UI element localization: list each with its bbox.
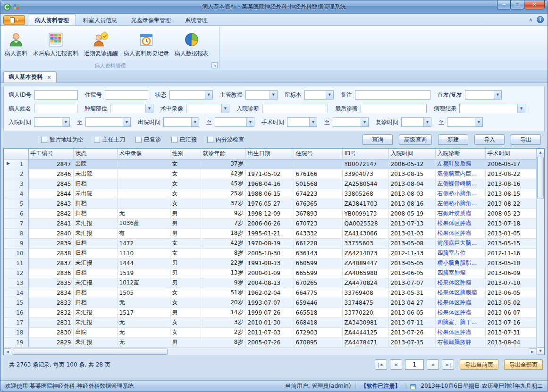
checkbox-reported[interactable]: 已汇报 bbox=[171, 136, 197, 144]
table-row[interactable]: 22846未出院女42岁1971-05-02676166339040732013… bbox=[4, 169, 536, 179]
dropdown-arrow-icon[interactable]: ▼ bbox=[221, 104, 229, 113]
filter-combo[interactable]: ▼ bbox=[169, 90, 213, 100]
revisit-reminder-button[interactable]: 近期复诊提醒 bbox=[82, 27, 120, 61]
tab-patient-basic-info[interactable]: 病人基本资料 × bbox=[3, 71, 57, 83]
export-all-pages-button[interactable]: 导出全部页 bbox=[504, 359, 543, 370]
filter-combo[interactable]: ▼ bbox=[287, 117, 317, 127]
column-header[interactable]: 出生日期 bbox=[245, 149, 294, 159]
checkbox-revisited[interactable]: 已复诊 bbox=[135, 136, 161, 144]
column-header[interactable]: 入院时间 bbox=[388, 149, 435, 159]
column-header[interactable]: 就诊年龄 bbox=[201, 149, 245, 159]
dropdown-arrow-icon[interactable]: ▼ bbox=[191, 118, 199, 126]
maximize-button[interactable]: □ bbox=[511, 0, 524, 9]
ribbon-tab[interactable]: 系统管理 bbox=[178, 15, 215, 25]
query-button[interactable]: 查询 bbox=[363, 134, 393, 145]
table-row[interactable]: 152833归档无女20岁1993-07-0765944633748475201… bbox=[4, 298, 536, 308]
table-row[interactable]: 32845归档女45岁1968-04-16501568ZA25805442013… bbox=[4, 179, 536, 189]
filter-combo[interactable]: ▼ bbox=[304, 90, 334, 100]
filter-combo[interactable]: ▼ bbox=[333, 117, 369, 127]
filter-combo[interactable]: ▼ bbox=[163, 117, 199, 127]
checkbox[interactable] bbox=[135, 137, 142, 143]
filter-combo[interactable]: ▼ bbox=[465, 90, 502, 100]
filter-input[interactable] bbox=[34, 90, 78, 100]
column-header[interactable]: 入院诊断 bbox=[435, 149, 485, 159]
table-row[interactable]: 82840未汇报有男18岁1995-01-21643332ZA414306620… bbox=[4, 228, 536, 238]
help-icon[interactable]: i bbox=[537, 16, 544, 23]
ribbon-tab[interactable]: 科室人员信息 bbox=[76, 15, 124, 25]
ribbon-tab[interactable]: 光盘录像带管理 bbox=[124, 15, 178, 25]
patient-data-button[interactable]: 病人资料 bbox=[2, 27, 30, 61]
filter-input[interactable] bbox=[262, 104, 328, 113]
filter-combo[interactable]: ▼ bbox=[447, 117, 483, 127]
table-row[interactable]: 162832未汇报1517男14岁1999-07-266655183377022… bbox=[4, 308, 536, 317]
pager-prev-button[interactable]: < bbox=[390, 359, 402, 370]
column-header[interactable]: 术中录像 bbox=[117, 149, 170, 159]
patient-history-button[interactable]: 病人资料历史记录 bbox=[121, 27, 171, 61]
table-row[interactable]: 112837未汇报1444男22岁1991-08-13660599ZA40894… bbox=[4, 258, 536, 268]
table-row[interactable]: 42844未出院女25岁1988-06-15674223338052682013… bbox=[4, 189, 536, 199]
new-button[interactable]: 新建 bbox=[438, 134, 468, 145]
close-button[interactable]: ✕ bbox=[524, 0, 545, 9]
filter-input[interactable] bbox=[361, 104, 427, 113]
dropdown-arrow-icon[interactable]: ▼ bbox=[145, 104, 153, 113]
dropdown-arrow-icon[interactable]: ▼ bbox=[62, 118, 69, 126]
column-header[interactable]: 手术时间 bbox=[485, 149, 536, 159]
advanced-query-button[interactable]: 高级查询 bbox=[399, 134, 432, 145]
dropdown-arrow-icon[interactable]: ▼ bbox=[361, 118, 368, 126]
table-row[interactable]: 182830出院无女2岁2011-07-03672903ZA4444125201… bbox=[4, 327, 536, 337]
patient-report-button[interactable]: 病人数据报表 bbox=[172, 27, 211, 61]
table-row[interactable]: 142834归档1505女51岁1962-02-0466477533769408… bbox=[4, 288, 536, 298]
quick-access-icon[interactable] bbox=[13, 4, 19, 10]
dropdown-arrow-icon[interactable]: ▼ bbox=[517, 104, 525, 113]
dropdown-arrow-icon[interactable]: ▼ bbox=[494, 91, 501, 99]
dropdown-arrow-icon[interactable]: ▼ bbox=[246, 118, 254, 126]
dropdown-arrow-icon[interactable]: ▼ bbox=[123, 118, 130, 126]
ribbon-tab[interactable]: 病人资料管理 bbox=[28, 15, 76, 25]
dialog-launcher-icon[interactable]: ↘ bbox=[211, 62, 218, 68]
postop-report-button[interactable]: 术后病人汇报资料 bbox=[31, 27, 81, 61]
dropdown-arrow-icon[interactable]: ▼ bbox=[309, 118, 317, 126]
pager-next-button[interactable]: > bbox=[427, 359, 439, 370]
checkbox-chief-surgeon[interactable]: 主任主刀 bbox=[94, 136, 125, 144]
filter-combo[interactable]: ▼ bbox=[459, 104, 525, 113]
dropdown-arrow-icon[interactable]: ▼ bbox=[270, 91, 277, 99]
column-header[interactable]: ID号 bbox=[342, 149, 388, 159]
horizontal-scroll-thumb[interactable] bbox=[12, 349, 168, 355]
page-number-input[interactable] bbox=[405, 359, 424, 370]
table-row[interactable]: 132835未汇报1012蓝男9岁2004-08-13670265ZA44708… bbox=[4, 278, 536, 288]
table-row[interactable]: 92839归档1472女42岁1970-08-19661228337556032… bbox=[4, 238, 536, 248]
scroll-down-icon[interactable]: ▼ bbox=[537, 347, 544, 355]
table-row[interactable]: 72841未汇报1036蓝男7岁2006-06-26670723QA002552… bbox=[4, 218, 536, 228]
table-row[interactable]: 102838归档1110女8岁2005-10-30636143ZA4214073… bbox=[4, 248, 536, 258]
column-header[interactable]: 状态 bbox=[73, 149, 117, 159]
dropdown-arrow-icon[interactable]: ▼ bbox=[205, 91, 212, 99]
filter-combo[interactable]: ▼ bbox=[110, 104, 153, 113]
checkbox-endocrine-check[interactable]: 内分泌检查 bbox=[207, 136, 244, 144]
filter-combo[interactable]: ▼ bbox=[215, 117, 254, 127]
checkbox[interactable] bbox=[171, 137, 177, 143]
filter-combo[interactable]: ▼ bbox=[34, 117, 70, 127]
table-row[interactable]: 62842归档无男9岁1998-12-09367893YB00991732008… bbox=[4, 209, 536, 218]
table-row[interactable]: 172831未汇报无女3岁2010-01-30668418ZA343098120… bbox=[4, 317, 536, 327]
dropdown-arrow-icon[interactable]: ▼ bbox=[475, 118, 482, 126]
column-header[interactable]: 性别 bbox=[170, 149, 201, 159]
vertical-scroll-thumb[interactable] bbox=[537, 157, 544, 199]
table-row[interactable]: 52843归档女37岁1976-05-27676365ZA38417032013… bbox=[4, 199, 536, 209]
scroll-left-icon[interactable]: ◀ bbox=[4, 348, 11, 355]
tab-close-icon[interactable]: × bbox=[47, 74, 51, 81]
pager-first-button[interactable]: |< bbox=[375, 359, 387, 370]
filter-combo[interactable]: ▼ bbox=[85, 117, 131, 127]
column-header[interactable]: 手工编号 bbox=[28, 149, 73, 159]
filter-input[interactable] bbox=[34, 104, 77, 113]
table-row[interactable]: 122836归档1519男13岁2000-01-09665599ZA406598… bbox=[4, 268, 536, 278]
scroll-right-icon[interactable]: ▶ bbox=[529, 348, 536, 355]
filter-combo[interactable]: ▼ bbox=[401, 117, 431, 127]
vertical-scrollbar[interactable]: ▲ ▼ bbox=[536, 149, 544, 355]
export-button[interactable]: 导出 bbox=[511, 134, 541, 145]
minimize-button[interactable]: ─ bbox=[497, 0, 511, 9]
scroll-up-icon[interactable]: ▲ bbox=[537, 149, 544, 156]
filter-input[interactable] bbox=[355, 90, 430, 100]
export-current-page-button[interactable]: 导出当前页 bbox=[460, 359, 498, 370]
checkbox[interactable] bbox=[41, 137, 47, 143]
dropdown-arrow-icon[interactable]: ▼ bbox=[423, 118, 431, 126]
